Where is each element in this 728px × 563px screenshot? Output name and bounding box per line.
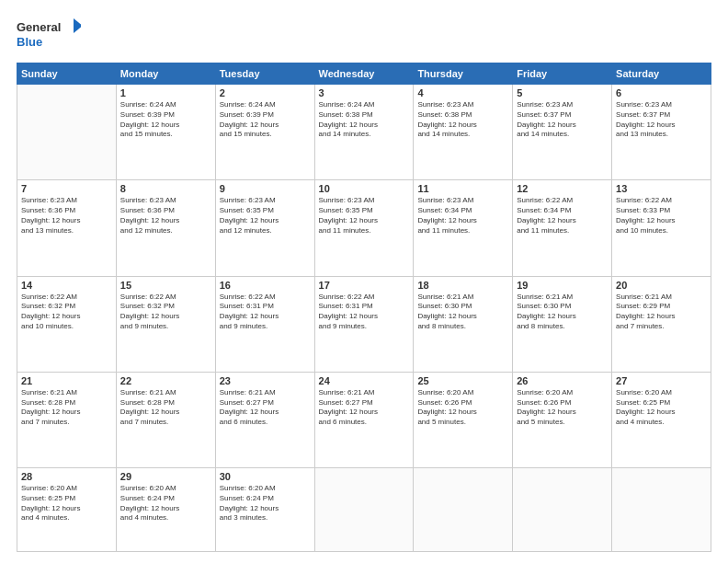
weekday-header-monday: Monday xyxy=(116,63,215,85)
day-number: 4 xyxy=(417,87,508,98)
day-info: Sunrise: 6:21 AM Sunset: 6:28 PM Dayligh… xyxy=(120,388,211,428)
day-number: 13 xyxy=(616,183,707,194)
day-number: 20 xyxy=(616,280,707,291)
day-info: Sunrise: 6:20 AM Sunset: 6:26 PM Dayligh… xyxy=(417,388,508,428)
week-row-1: 1Sunrise: 6:24 AM Sunset: 6:39 PM Daylig… xyxy=(17,85,711,180)
calendar-cell: 15Sunrise: 6:22 AM Sunset: 6:32 PM Dayli… xyxy=(116,276,215,372)
day-info: Sunrise: 6:21 AM Sunset: 6:30 PM Dayligh… xyxy=(417,293,508,332)
day-number: 27 xyxy=(616,375,707,386)
day-number: 15 xyxy=(120,280,211,291)
day-number: 23 xyxy=(220,375,311,386)
day-info: Sunrise: 6:21 AM Sunset: 6:29 PM Dayligh… xyxy=(616,293,707,332)
day-number: 19 xyxy=(517,280,608,291)
weekday-header-tuesday: Tuesday xyxy=(215,63,314,85)
calendar-cell: 21Sunrise: 6:21 AM Sunset: 6:28 PM Dayli… xyxy=(17,372,117,467)
day-info: Sunrise: 6:23 AM Sunset: 6:36 PM Dayligh… xyxy=(21,196,112,236)
day-info: Sunrise: 6:24 AM Sunset: 6:38 PM Dayligh… xyxy=(319,100,410,140)
day-number: 7 xyxy=(21,183,112,194)
day-number: 2 xyxy=(220,87,311,98)
weekday-header-sunday: Sunday xyxy=(17,63,117,85)
calendar-cell: 2Sunrise: 6:24 AM Sunset: 6:39 PM Daylig… xyxy=(215,85,314,180)
calendar-cell: 17Sunrise: 6:22 AM Sunset: 6:31 PM Dayli… xyxy=(314,276,414,372)
page: General Blue SundayMondayTuesdayWednesda… xyxy=(0,0,728,563)
day-number: 9 xyxy=(220,183,311,194)
calendar-table: SundayMondayTuesdayWednesdayThursdayFrid… xyxy=(17,63,711,552)
day-number: 12 xyxy=(517,183,608,194)
day-info: Sunrise: 6:23 AM Sunset: 6:37 PM Dayligh… xyxy=(517,100,608,140)
generalblue-logo: General Blue xyxy=(17,17,81,53)
calendar-cell xyxy=(314,468,414,552)
day-info: Sunrise: 6:23 AM Sunset: 6:34 PM Dayligh… xyxy=(417,196,508,236)
day-info: Sunrise: 6:20 AM Sunset: 6:26 PM Dayligh… xyxy=(517,388,608,428)
day-info: Sunrise: 6:22 AM Sunset: 6:31 PM Dayligh… xyxy=(220,293,311,332)
calendar-cell: 6Sunrise: 6:23 AM Sunset: 6:37 PM Daylig… xyxy=(612,85,711,180)
day-info: Sunrise: 6:21 AM Sunset: 6:27 PM Dayligh… xyxy=(220,388,311,428)
day-info: Sunrise: 6:22 AM Sunset: 6:31 PM Dayligh… xyxy=(319,293,410,332)
day-info: Sunrise: 6:20 AM Sunset: 6:25 PM Dayligh… xyxy=(616,388,707,428)
calendar-cell xyxy=(17,85,117,180)
day-number: 18 xyxy=(417,280,508,291)
day-info: Sunrise: 6:23 AM Sunset: 6:38 PM Dayligh… xyxy=(417,100,508,140)
day-number: 5 xyxy=(517,87,608,98)
day-info: Sunrise: 6:20 AM Sunset: 6:24 PM Dayligh… xyxy=(120,484,211,523)
day-number: 6 xyxy=(616,87,707,98)
weekday-header-thursday: Thursday xyxy=(414,63,513,85)
svg-text:General: General xyxy=(17,20,61,34)
day-info: Sunrise: 6:22 AM Sunset: 6:33 PM Dayligh… xyxy=(616,196,707,236)
weekday-header-wednesday: Wednesday xyxy=(314,63,414,85)
calendar-cell: 30Sunrise: 6:20 AM Sunset: 6:24 PM Dayli… xyxy=(215,468,314,552)
day-number: 30 xyxy=(220,471,311,482)
calendar-cell: 28Sunrise: 6:20 AM Sunset: 6:25 PM Dayli… xyxy=(17,468,117,552)
calendar-cell: 26Sunrise: 6:20 AM Sunset: 6:26 PM Dayli… xyxy=(513,372,612,467)
day-info: Sunrise: 6:23 AM Sunset: 6:35 PM Dayligh… xyxy=(220,196,311,236)
day-info: Sunrise: 6:22 AM Sunset: 6:32 PM Dayligh… xyxy=(120,293,211,332)
week-row-5: 28Sunrise: 6:20 AM Sunset: 6:25 PM Dayli… xyxy=(17,468,711,552)
svg-text:Blue: Blue xyxy=(17,35,42,49)
calendar-cell: 12Sunrise: 6:22 AM Sunset: 6:34 PM Dayli… xyxy=(513,180,612,276)
calendar-cell: 7Sunrise: 6:23 AM Sunset: 6:36 PM Daylig… xyxy=(17,180,117,276)
calendar-cell: 13Sunrise: 6:22 AM Sunset: 6:33 PM Dayli… xyxy=(612,180,711,276)
calendar-cell: 1Sunrise: 6:24 AM Sunset: 6:39 PM Daylig… xyxy=(116,85,215,180)
weekday-header-row: SundayMondayTuesdayWednesdayThursdayFrid… xyxy=(17,63,711,85)
calendar-cell: 20Sunrise: 6:21 AM Sunset: 6:29 PM Dayli… xyxy=(612,276,711,372)
week-row-4: 21Sunrise: 6:21 AM Sunset: 6:28 PM Dayli… xyxy=(17,372,711,467)
calendar-cell: 18Sunrise: 6:21 AM Sunset: 6:30 PM Dayli… xyxy=(414,276,513,372)
day-number: 1 xyxy=(120,87,211,98)
calendar-cell: 25Sunrise: 6:20 AM Sunset: 6:26 PM Dayli… xyxy=(414,372,513,467)
day-number: 26 xyxy=(517,375,608,386)
day-number: 14 xyxy=(21,280,112,291)
calendar-cell: 22Sunrise: 6:21 AM Sunset: 6:28 PM Dayli… xyxy=(116,372,215,467)
weekday-header-saturday: Saturday xyxy=(612,63,711,85)
svg-marker-2 xyxy=(74,18,81,33)
day-number: 22 xyxy=(120,375,211,386)
week-row-2: 7Sunrise: 6:23 AM Sunset: 6:36 PM Daylig… xyxy=(17,180,711,276)
calendar-cell: 24Sunrise: 6:21 AM Sunset: 6:27 PM Dayli… xyxy=(314,372,414,467)
calendar-cell: 4Sunrise: 6:23 AM Sunset: 6:38 PM Daylig… xyxy=(414,85,513,180)
day-number: 10 xyxy=(319,183,410,194)
day-info: Sunrise: 6:22 AM Sunset: 6:32 PM Dayligh… xyxy=(21,293,112,332)
day-number: 28 xyxy=(21,471,112,482)
calendar-cell xyxy=(513,468,612,552)
day-number: 8 xyxy=(120,183,211,194)
day-info: Sunrise: 6:23 AM Sunset: 6:35 PM Dayligh… xyxy=(319,196,410,236)
calendar-cell: 27Sunrise: 6:20 AM Sunset: 6:25 PM Dayli… xyxy=(612,372,711,467)
calendar-cell: 5Sunrise: 6:23 AM Sunset: 6:37 PM Daylig… xyxy=(513,85,612,180)
day-info: Sunrise: 6:22 AM Sunset: 6:34 PM Dayligh… xyxy=(517,196,608,236)
day-number: 29 xyxy=(120,471,211,482)
calendar-cell: 16Sunrise: 6:22 AM Sunset: 6:31 PM Dayli… xyxy=(215,276,314,372)
day-number: 16 xyxy=(220,280,311,291)
calendar-cell xyxy=(414,468,513,552)
day-info: Sunrise: 6:24 AM Sunset: 6:39 PM Dayligh… xyxy=(220,100,311,140)
day-info: Sunrise: 6:21 AM Sunset: 6:27 PM Dayligh… xyxy=(319,388,410,428)
weekday-header-friday: Friday xyxy=(513,63,612,85)
day-number: 17 xyxy=(319,280,410,291)
logo: General Blue xyxy=(17,17,81,53)
day-number: 21 xyxy=(21,375,112,386)
calendar-cell xyxy=(612,468,711,552)
day-info: Sunrise: 6:20 AM Sunset: 6:25 PM Dayligh… xyxy=(21,484,112,523)
day-info: Sunrise: 6:24 AM Sunset: 6:39 PM Dayligh… xyxy=(120,100,211,140)
calendar-cell: 23Sunrise: 6:21 AM Sunset: 6:27 PM Dayli… xyxy=(215,372,314,467)
calendar-cell: 8Sunrise: 6:23 AM Sunset: 6:36 PM Daylig… xyxy=(116,180,215,276)
day-info: Sunrise: 6:23 AM Sunset: 6:37 PM Dayligh… xyxy=(616,100,707,140)
day-number: 3 xyxy=(319,87,410,98)
